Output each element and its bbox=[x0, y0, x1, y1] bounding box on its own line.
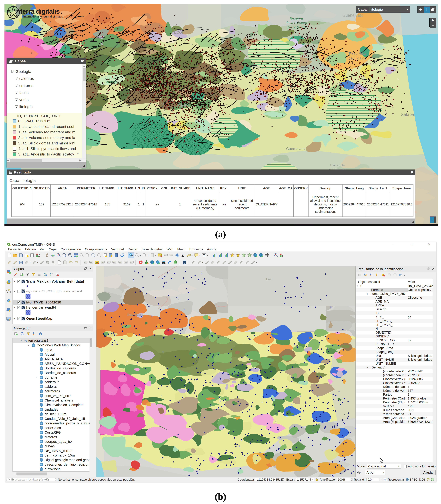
svg-text:Σ: Σ bbox=[181, 253, 184, 257]
svg-text:abc: abc bbox=[113, 262, 116, 263]
svg-text:León: León bbox=[174, 30, 185, 35]
svg-text:abc: abc bbox=[90, 262, 93, 263]
svg-text:abc: abc bbox=[84, 262, 87, 263]
svg-text:Xalapa: Xalapa bbox=[401, 112, 414, 117]
svg-text:abc: abc bbox=[170, 254, 173, 256]
svg-text:abc: abc bbox=[130, 262, 133, 263]
svg-text:León: León bbox=[266, 278, 272, 281]
svg-text:abc: abc bbox=[119, 262, 121, 263]
svg-text:i: i bbox=[130, 253, 131, 256]
svg-text:Izúcar de: Izúcar de bbox=[330, 163, 345, 167]
svg-text:i: i bbox=[40, 333, 41, 335]
svg-text:T: T bbox=[203, 254, 205, 257]
svg-text:1:1: 1:1 bbox=[69, 254, 71, 256]
svg-text:a: a bbox=[39, 255, 40, 257]
svg-text:de la Biósfera: de la Biósfera bbox=[285, 21, 307, 25]
svg-text:abc: abc bbox=[164, 254, 167, 256]
svg-text:Reserva: Reserva bbox=[290, 16, 303, 20]
svg-text:a: a bbox=[282, 255, 283, 257]
svg-text:de Hidalgo: de Hidalgo bbox=[348, 56, 366, 60]
svg-text:Chapala: Chapala bbox=[104, 80, 118, 84]
svg-text:ab: ab bbox=[96, 261, 98, 263]
svg-text:Lago de: Lago de bbox=[105, 76, 117, 80]
svg-text:ab: ab bbox=[158, 254, 160, 256]
svg-text:V: V bbox=[6, 289, 9, 293]
svg-text:Guadalajara: Guadalajara bbox=[127, 313, 143, 316]
svg-text:abc: abc bbox=[101, 262, 104, 263]
svg-text:Poza Rica: Poza Rica bbox=[349, 51, 366, 56]
svg-text:abc: abc bbox=[107, 262, 110, 263]
svg-text:Sierra Gordá: Sierra Gordá bbox=[286, 25, 306, 29]
svg-text:Guadalajara: Guadalajara bbox=[160, 102, 190, 108]
svg-text:Guanajuato: Guanajuato bbox=[342, 13, 363, 17]
svg-text:?: ? bbox=[184, 261, 185, 264]
svg-text:abc: abc bbox=[125, 262, 127, 263]
svg-text:Cuernavaca: Cuernavaca bbox=[286, 147, 307, 151]
